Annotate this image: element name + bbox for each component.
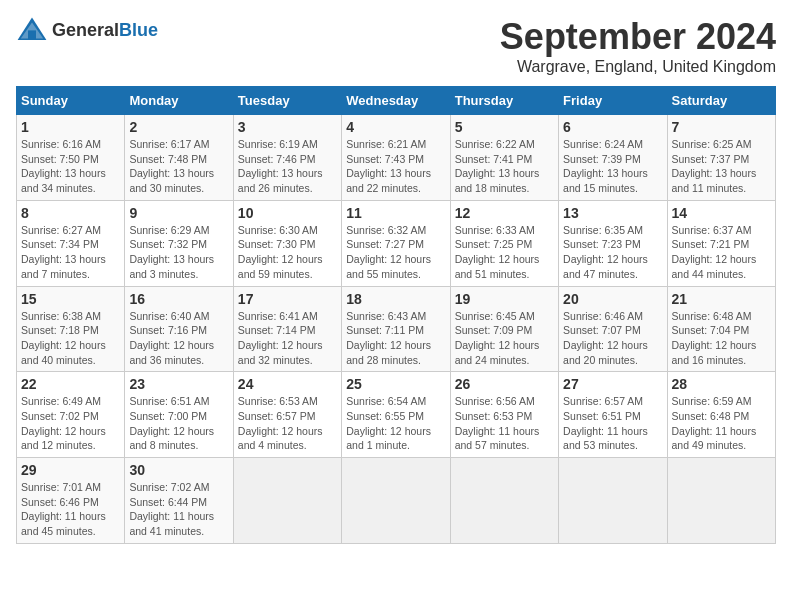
subtitle: Wargrave, England, United Kingdom bbox=[500, 58, 776, 76]
day-number: 16 bbox=[129, 291, 228, 307]
calendar-week-5: 29Sunrise: 7:01 AM Sunset: 6:46 PM Dayli… bbox=[17, 458, 776, 544]
day-info: Sunrise: 6:59 AM Sunset: 6:48 PM Dayligh… bbox=[672, 394, 771, 453]
calendar-week-3: 15Sunrise: 6:38 AM Sunset: 7:18 PM Dayli… bbox=[17, 286, 776, 372]
calendar-table: SundayMondayTuesdayWednesdayThursdayFrid… bbox=[16, 86, 776, 544]
calendar-cell: 11Sunrise: 6:32 AM Sunset: 7:27 PM Dayli… bbox=[342, 200, 450, 286]
calendar-cell: 27Sunrise: 6:57 AM Sunset: 6:51 PM Dayli… bbox=[559, 372, 667, 458]
day-info: Sunrise: 6:46 AM Sunset: 7:07 PM Dayligh… bbox=[563, 309, 662, 368]
calendar-cell: 10Sunrise: 6:30 AM Sunset: 7:30 PM Dayli… bbox=[233, 200, 341, 286]
header: GeneralBlue September 2024 Wargrave, Eng… bbox=[16, 16, 776, 76]
header-day-friday: Friday bbox=[559, 87, 667, 115]
day-number: 12 bbox=[455, 205, 554, 221]
day-info: Sunrise: 7:02 AM Sunset: 6:44 PM Dayligh… bbox=[129, 480, 228, 539]
day-number: 27 bbox=[563, 376, 662, 392]
logo-text-general: General bbox=[52, 20, 119, 40]
svg-rect-2 bbox=[28, 30, 36, 40]
calendar-cell bbox=[233, 458, 341, 544]
calendar-cell: 12Sunrise: 6:33 AM Sunset: 7:25 PM Dayli… bbox=[450, 200, 558, 286]
day-number: 22 bbox=[21, 376, 120, 392]
day-number: 10 bbox=[238, 205, 337, 221]
calendar-cell: 25Sunrise: 6:54 AM Sunset: 6:55 PM Dayli… bbox=[342, 372, 450, 458]
day-info: Sunrise: 6:30 AM Sunset: 7:30 PM Dayligh… bbox=[238, 223, 337, 282]
day-number: 5 bbox=[455, 119, 554, 135]
calendar-cell: 8Sunrise: 6:27 AM Sunset: 7:34 PM Daylig… bbox=[17, 200, 125, 286]
calendar-cell: 22Sunrise: 6:49 AM Sunset: 7:02 PM Dayli… bbox=[17, 372, 125, 458]
day-number: 3 bbox=[238, 119, 337, 135]
calendar-cell bbox=[667, 458, 775, 544]
day-number: 11 bbox=[346, 205, 445, 221]
day-number: 13 bbox=[563, 205, 662, 221]
logo-icon bbox=[16, 16, 48, 44]
day-number: 18 bbox=[346, 291, 445, 307]
day-number: 17 bbox=[238, 291, 337, 307]
day-info: Sunrise: 6:40 AM Sunset: 7:16 PM Dayligh… bbox=[129, 309, 228, 368]
day-info: Sunrise: 6:57 AM Sunset: 6:51 PM Dayligh… bbox=[563, 394, 662, 453]
day-number: 21 bbox=[672, 291, 771, 307]
calendar-cell bbox=[559, 458, 667, 544]
calendar-cell: 20Sunrise: 6:46 AM Sunset: 7:07 PM Dayli… bbox=[559, 286, 667, 372]
main-title: September 2024 bbox=[500, 16, 776, 58]
header-day-thursday: Thursday bbox=[450, 87, 558, 115]
day-info: Sunrise: 6:37 AM Sunset: 7:21 PM Dayligh… bbox=[672, 223, 771, 282]
day-number: 7 bbox=[672, 119, 771, 135]
day-number: 15 bbox=[21, 291, 120, 307]
day-info: Sunrise: 6:27 AM Sunset: 7:34 PM Dayligh… bbox=[21, 223, 120, 282]
calendar-cell: 17Sunrise: 6:41 AM Sunset: 7:14 PM Dayli… bbox=[233, 286, 341, 372]
calendar-week-2: 8Sunrise: 6:27 AM Sunset: 7:34 PM Daylig… bbox=[17, 200, 776, 286]
day-number: 28 bbox=[672, 376, 771, 392]
day-number: 1 bbox=[21, 119, 120, 135]
calendar-cell: 13Sunrise: 6:35 AM Sunset: 7:23 PM Dayli… bbox=[559, 200, 667, 286]
day-number: 14 bbox=[672, 205, 771, 221]
calendar-cell: 21Sunrise: 6:48 AM Sunset: 7:04 PM Dayli… bbox=[667, 286, 775, 372]
day-info: Sunrise: 6:24 AM Sunset: 7:39 PM Dayligh… bbox=[563, 137, 662, 196]
day-info: Sunrise: 6:49 AM Sunset: 7:02 PM Dayligh… bbox=[21, 394, 120, 453]
day-number: 9 bbox=[129, 205, 228, 221]
day-info: Sunrise: 6:43 AM Sunset: 7:11 PM Dayligh… bbox=[346, 309, 445, 368]
calendar-cell: 23Sunrise: 6:51 AM Sunset: 7:00 PM Dayli… bbox=[125, 372, 233, 458]
calendar-body: 1Sunrise: 6:16 AM Sunset: 7:50 PM Daylig… bbox=[17, 115, 776, 544]
day-number: 2 bbox=[129, 119, 228, 135]
day-info: Sunrise: 6:48 AM Sunset: 7:04 PM Dayligh… bbox=[672, 309, 771, 368]
day-info: Sunrise: 6:17 AM Sunset: 7:48 PM Dayligh… bbox=[129, 137, 228, 196]
calendar-week-4: 22Sunrise: 6:49 AM Sunset: 7:02 PM Dayli… bbox=[17, 372, 776, 458]
calendar-cell: 29Sunrise: 7:01 AM Sunset: 6:46 PM Dayli… bbox=[17, 458, 125, 544]
day-number: 29 bbox=[21, 462, 120, 478]
day-info: Sunrise: 6:53 AM Sunset: 6:57 PM Dayligh… bbox=[238, 394, 337, 453]
day-number: 8 bbox=[21, 205, 120, 221]
header-day-tuesday: Tuesday bbox=[233, 87, 341, 115]
calendar-cell: 24Sunrise: 6:53 AM Sunset: 6:57 PM Dayli… bbox=[233, 372, 341, 458]
day-info: Sunrise: 6:41 AM Sunset: 7:14 PM Dayligh… bbox=[238, 309, 337, 368]
day-number: 25 bbox=[346, 376, 445, 392]
day-number: 20 bbox=[563, 291, 662, 307]
calendar-cell: 5Sunrise: 6:22 AM Sunset: 7:41 PM Daylig… bbox=[450, 115, 558, 201]
day-number: 26 bbox=[455, 376, 554, 392]
calendar-cell: 7Sunrise: 6:25 AM Sunset: 7:37 PM Daylig… bbox=[667, 115, 775, 201]
day-number: 30 bbox=[129, 462, 228, 478]
header-day-monday: Monday bbox=[125, 87, 233, 115]
header-day-sunday: Sunday bbox=[17, 87, 125, 115]
day-info: Sunrise: 6:56 AM Sunset: 6:53 PM Dayligh… bbox=[455, 394, 554, 453]
header-day-wednesday: Wednesday bbox=[342, 87, 450, 115]
logo-text-blue: Blue bbox=[119, 20, 158, 40]
calendar-week-1: 1Sunrise: 6:16 AM Sunset: 7:50 PM Daylig… bbox=[17, 115, 776, 201]
calendar-cell: 1Sunrise: 6:16 AM Sunset: 7:50 PM Daylig… bbox=[17, 115, 125, 201]
day-info: Sunrise: 6:22 AM Sunset: 7:41 PM Dayligh… bbox=[455, 137, 554, 196]
day-info: Sunrise: 6:51 AM Sunset: 7:00 PM Dayligh… bbox=[129, 394, 228, 453]
day-info: Sunrise: 6:19 AM Sunset: 7:46 PM Dayligh… bbox=[238, 137, 337, 196]
day-number: 4 bbox=[346, 119, 445, 135]
day-info: Sunrise: 6:29 AM Sunset: 7:32 PM Dayligh… bbox=[129, 223, 228, 282]
calendar-cell: 4Sunrise: 6:21 AM Sunset: 7:43 PM Daylig… bbox=[342, 115, 450, 201]
day-number: 24 bbox=[238, 376, 337, 392]
calendar-cell: 6Sunrise: 6:24 AM Sunset: 7:39 PM Daylig… bbox=[559, 115, 667, 201]
calendar-cell: 9Sunrise: 6:29 AM Sunset: 7:32 PM Daylig… bbox=[125, 200, 233, 286]
calendar-cell: 15Sunrise: 6:38 AM Sunset: 7:18 PM Dayli… bbox=[17, 286, 125, 372]
calendar-header-row: SundayMondayTuesdayWednesdayThursdayFrid… bbox=[17, 87, 776, 115]
calendar-cell: 16Sunrise: 6:40 AM Sunset: 7:16 PM Dayli… bbox=[125, 286, 233, 372]
day-info: Sunrise: 6:33 AM Sunset: 7:25 PM Dayligh… bbox=[455, 223, 554, 282]
day-number: 19 bbox=[455, 291, 554, 307]
calendar-cell: 2Sunrise: 6:17 AM Sunset: 7:48 PM Daylig… bbox=[125, 115, 233, 201]
calendar-cell bbox=[450, 458, 558, 544]
title-section: September 2024 Wargrave, England, United… bbox=[500, 16, 776, 76]
calendar-cell: 3Sunrise: 6:19 AM Sunset: 7:46 PM Daylig… bbox=[233, 115, 341, 201]
day-number: 23 bbox=[129, 376, 228, 392]
